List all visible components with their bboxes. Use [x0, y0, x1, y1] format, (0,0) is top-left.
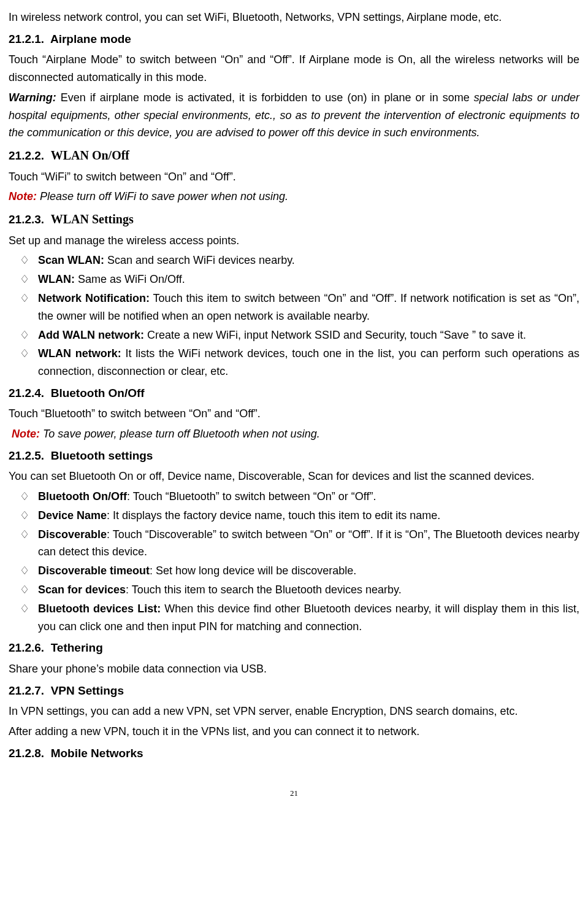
airplane-warning: Warning: Even if airplane mode is activa…	[9, 89, 579, 142]
item-label: Add WALN network:	[38, 329, 144, 341]
intro-paragraph: In wireless network control, you can set…	[9, 9, 579, 26]
wlan-settings-desc: Set up and manage the wireless access po…	[9, 232, 579, 250]
heading-number: 21.2.3.	[9, 213, 44, 226]
list-item: Add WALN network: Create a new WiFi, inp…	[38, 326, 579, 344]
wlan-settings-list: Scan WLAN: Scan and search WiFi devices …	[9, 252, 579, 380]
note-text: Please turn off WiFi to save power when …	[37, 190, 288, 202]
airplane-desc: Touch “Airplane Mode” to switch between …	[9, 51, 579, 87]
item-label: WLAN network:	[38, 347, 121, 360]
heading-number: 21.2.4.	[9, 387, 44, 399]
item-text: : Touch “Discoverable” to switch between…	[38, 528, 579, 558]
item-label: Device Name	[38, 509, 107, 522]
heading-number: 21.2.1.	[9, 33, 44, 45]
list-item: Bluetooth devices List: When this device…	[38, 600, 579, 636]
heading-title: Bluetooth On/Off	[51, 387, 145, 399]
list-item: Device Name: It displays the factory dev…	[38, 507, 579, 525]
item-label: Discoverable timeout	[38, 564, 150, 577]
heading-airplane-mode: 21.2.1. Airplane mode	[9, 30, 579, 48]
item-label: WLAN:	[38, 273, 75, 285]
wlan-onoff-desc: Touch “WiFi” to switch between “On” and …	[9, 168, 579, 186]
heading-number: 21.2.5.	[9, 449, 44, 462]
item-text: : Touch “Bluetooth” to switch between “O…	[127, 490, 376, 503]
list-item: WLAN network: It lists the WiFi network …	[38, 345, 579, 380]
heading-number: 21.2.8.	[9, 747, 44, 760]
tethering-desc: Share your phone’s mobile data connectio…	[9, 660, 579, 678]
bluetooth-settings-desc: You can set Bluetooth On or off, Device …	[9, 468, 579, 485]
note-label: Note:	[12, 428, 40, 440]
item-text: Create a new WiFi, input Network SSID an…	[144, 329, 526, 341]
item-text: : It displays the factory device name, t…	[107, 509, 440, 522]
heading-title: WLAN On/Off	[51, 148, 129, 162]
bluetooth-settings-list: Bluetooth On/Off: Touch “Bluetooth” to s…	[9, 488, 579, 635]
item-label: Discoverable	[38, 528, 107, 541]
heading-tethering: 21.2.6. Tethering	[9, 639, 579, 657]
heading-title: Tethering	[51, 641, 103, 654]
item-text: Same as WiFi On/Off.	[75, 273, 185, 285]
heading-wlan-onoff: 21.2.2. WLAN On/Off	[9, 145, 579, 165]
heading-number: 21.2.2.	[9, 149, 44, 162]
heading-wlan-settings: 21.2.3. WLAN Settings	[9, 209, 579, 229]
list-item: Discoverable: Touch “Discoverable” to sw…	[38, 526, 579, 561]
heading-title: Airplane mode	[50, 33, 131, 45]
note-label: Note:	[9, 190, 37, 202]
list-item: Scan WLAN: Scan and search WiFi devices …	[38, 252, 579, 269]
heading-bluetooth-settings: 21.2.5. Bluetooth settings	[9, 447, 579, 465]
heading-title: Bluetooth settings	[51, 449, 153, 462]
list-item: Network Notification: Touch this item to…	[38, 290, 579, 325]
heading-title: VPN Settings	[51, 684, 124, 697]
item-label: Scan WLAN:	[38, 254, 104, 266]
page-number: 21	[9, 787, 579, 800]
item-label: Bluetooth devices List:	[38, 603, 161, 615]
warning-text-a: Even if airplane mode is activated, it i…	[56, 91, 474, 104]
vpn-desc-1: In VPN settings, you can add a new VPN, …	[9, 703, 579, 720]
list-item: Discoverable timeout: Set how long devic…	[38, 562, 579, 580]
item-text: : Set how long device will be discoverab…	[150, 564, 356, 577]
item-text: Scan and search WiFi devices nearby.	[104, 254, 295, 266]
item-label: Scan for devices	[38, 584, 126, 596]
item-label: Network Notification:	[38, 292, 150, 304]
heading-number: 21.2.7.	[9, 684, 44, 697]
item-label: Bluetooth On/Off	[38, 490, 127, 503]
heading-vpn-settings: 21.2.7. VPN Settings	[9, 682, 579, 700]
list-item: WLAN: Same as WiFi On/Off.	[38, 271, 579, 288]
bluetooth-onoff-desc: Touch “Bluetooth” to switch between “On”…	[9, 405, 579, 423]
note-text: To save power, please turn off Bluetooth…	[40, 428, 320, 440]
wlan-onoff-note: Note: Please turn off WiFi to save power…	[9, 188, 579, 206]
heading-title: WLAN Settings	[51, 212, 134, 226]
vpn-desc-2: After adding a new VPN, touch it in the …	[9, 723, 579, 741]
bluetooth-onoff-note: Note: To save power, please turn off Blu…	[9, 425, 579, 443]
heading-number: 21.2.6.	[9, 641, 44, 654]
heading-title: Mobile Networks	[51, 747, 143, 760]
heading-mobile-networks: 21.2.8. Mobile Networks	[9, 744, 579, 763]
heading-bluetooth-onoff: 21.2.4. Bluetooth On/Off	[9, 384, 579, 403]
item-text: : Touch this item to search the Bluetoot…	[126, 584, 402, 596]
list-item: Bluetooth On/Off: Touch “Bluetooth” to s…	[38, 488, 579, 506]
warning-label: Warning:	[9, 91, 56, 104]
list-item: Scan for devices: Touch this item to sea…	[38, 581, 579, 599]
